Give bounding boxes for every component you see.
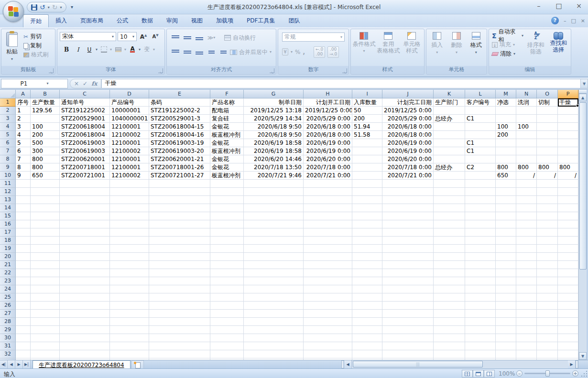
cell-I11[interactable] xyxy=(352,180,382,188)
window-maximize-button[interactable]: □ xyxy=(555,2,563,10)
row-header-12[interactable]: 12 xyxy=(0,188,16,196)
save-icon[interactable] xyxy=(31,4,37,11)
column-header-F[interactable]: F xyxy=(210,90,244,98)
number-dialog-launcher[interactable] xyxy=(342,68,347,73)
cell-M31[interactable] xyxy=(496,342,516,350)
cell-J4[interactable]: 2020/6/18 0:00 xyxy=(382,123,434,131)
cell-P1[interactable]: 干燥 xyxy=(558,98,578,107)
cell-L21[interactable] xyxy=(465,261,496,269)
cell-I5[interactable]: 51.58 xyxy=(352,131,382,139)
cell-J7[interactable]: 2020/6/19 0:00 xyxy=(382,147,434,155)
cell-D27[interactable] xyxy=(110,310,149,318)
cell-N11[interactable] xyxy=(516,180,537,188)
cell-N28[interactable] xyxy=(516,318,537,326)
cell-L25[interactable] xyxy=(465,293,496,302)
cell-A13[interactable] xyxy=(16,196,31,204)
cell-J11[interactable] xyxy=(382,180,434,188)
cell-B29[interactable] xyxy=(31,326,60,334)
middle-align-button[interactable] xyxy=(182,33,193,43)
row-header-21[interactable]: 21 xyxy=(0,261,16,269)
cell-A5[interactable]: 4 xyxy=(16,131,31,139)
font-dialog-launcher[interactable] xyxy=(158,68,163,73)
cell-O29[interactable] xyxy=(537,326,558,334)
cell-K24[interactable] xyxy=(434,285,465,293)
cell-H1[interactable]: 计划开工日期 xyxy=(304,98,352,107)
cell-H30[interactable] xyxy=(304,334,352,342)
cell-B27[interactable] xyxy=(31,310,60,318)
cell-I24[interactable] xyxy=(352,285,382,293)
cell-B31[interactable] xyxy=(31,342,60,350)
cell-M8[interactable] xyxy=(496,155,516,163)
cell-I32[interactable] xyxy=(352,350,382,358)
cell-F16[interactable] xyxy=(210,220,244,228)
cell-F29[interactable] xyxy=(210,326,244,334)
cell-E27[interactable] xyxy=(149,310,210,318)
cell-M26[interactable] xyxy=(496,302,516,310)
row-header-20[interactable]: 20 xyxy=(0,253,16,261)
alignment-dialog-launcher[interactable] xyxy=(270,68,274,73)
cell-K18[interactable] xyxy=(434,237,465,245)
cell-I6[interactable] xyxy=(352,139,382,147)
cell-O16[interactable] xyxy=(537,220,558,228)
cell-N27[interactable] xyxy=(516,310,537,318)
cell-P18[interactable] xyxy=(558,237,578,245)
cell-H25[interactable] xyxy=(304,293,352,302)
cell-L11[interactable] xyxy=(465,180,496,188)
row-header-22[interactable]: 22 xyxy=(0,269,16,277)
cell-C20[interactable] xyxy=(60,253,110,261)
confirm-entry-icon[interactable]: ✓ xyxy=(83,80,87,87)
column-header-G[interactable]: G xyxy=(244,90,304,98)
cell-F22[interactable] xyxy=(210,269,244,277)
row-header-10[interactable]: 10 xyxy=(0,172,16,180)
cell-E23[interactable] xyxy=(149,277,210,285)
cell-P28[interactable] xyxy=(558,318,578,326)
cell-C5[interactable]: STZ200618004 xyxy=(60,131,110,139)
align-right-button[interactable] xyxy=(194,48,205,57)
cell-F8[interactable]: 金银花 xyxy=(210,155,244,163)
cell-P30[interactable] xyxy=(558,334,578,342)
cell-L24[interactable] xyxy=(465,285,496,293)
cell-M17[interactable] xyxy=(496,228,516,237)
cell-N19[interactable] xyxy=(516,245,537,253)
align-left-button[interactable] xyxy=(170,48,181,57)
cell-O7[interactable] xyxy=(537,147,558,155)
workbook-close-icon[interactable]: × xyxy=(581,18,585,24)
cell-L2[interactable] xyxy=(465,107,496,115)
cell-N8[interactable] xyxy=(516,155,537,163)
cell-I19[interactable] xyxy=(352,245,382,253)
cell-J5[interactable]: 2020/6/18 0:00 xyxy=(382,131,434,139)
cell-O15[interactable] xyxy=(537,212,558,220)
row-header-31[interactable]: 31 xyxy=(0,342,16,350)
cell-K22[interactable] xyxy=(434,269,465,277)
column-header-H[interactable]: H xyxy=(304,90,352,98)
cell-B4[interactable]: 100 xyxy=(31,123,60,131)
cell-N31[interactable] xyxy=(516,342,537,350)
cell-D14[interactable] xyxy=(110,204,149,212)
cell-I27[interactable] xyxy=(352,310,382,318)
cell-H17[interactable] xyxy=(304,228,352,237)
cell-N29[interactable] xyxy=(516,326,537,334)
cell-D30[interactable] xyxy=(110,334,149,342)
cell-B19[interactable] xyxy=(31,245,60,253)
cell-G22[interactable] xyxy=(244,269,304,277)
cell-F18[interactable] xyxy=(210,237,244,245)
cell-D16[interactable] xyxy=(110,220,149,228)
column-header-O[interactable]: O xyxy=(537,90,558,98)
cell-B11[interactable] xyxy=(31,180,60,188)
scroll-up-icon[interactable]: ▲ xyxy=(579,94,587,101)
zoom-level[interactable]: 100% xyxy=(499,370,515,377)
decrease-indent-button[interactable] xyxy=(206,48,217,57)
cell-A23[interactable] xyxy=(16,277,31,285)
cell-D6[interactable]: 12100001 xyxy=(110,139,149,147)
cell-F28[interactable] xyxy=(210,318,244,326)
cell-H2[interactable]: 2019/12/25 0:00 xyxy=(304,107,352,115)
number-format-select[interactable]: 常规▾ xyxy=(282,32,345,42)
cell-E3[interactable]: STZ200529001-3 xyxy=(149,115,210,123)
increase-indent-button[interactable] xyxy=(218,48,229,57)
cell-M25[interactable] xyxy=(496,293,516,302)
row-header-4[interactable]: 4 xyxy=(0,123,16,131)
cell-C1[interactable]: 通知单号 xyxy=(60,98,110,107)
cell-C18[interactable] xyxy=(60,237,110,245)
row-header-28[interactable]: 28 xyxy=(0,318,16,326)
cell-F10[interactable]: 板蓝根冲剂 xyxy=(210,172,244,180)
